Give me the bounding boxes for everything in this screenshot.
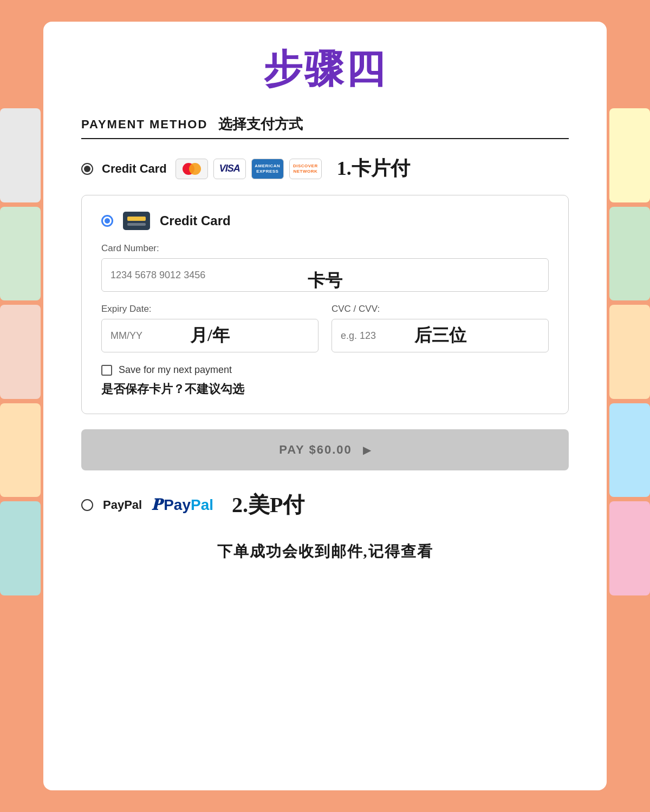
card-number-input[interactable] [101, 258, 549, 292]
right-decoration [609, 108, 650, 595]
card-number-label: Card Number: [101, 243, 549, 254]
expiry-input[interactable] [101, 319, 318, 352]
cc-form-title: Credit Card [160, 213, 231, 228]
visa-icon: VISA [213, 159, 246, 179]
payment-method-label-zh: 选择支付方式 [218, 115, 303, 134]
mastercard-icon [176, 159, 208, 179]
discover-icon: DISCOVERNETWORK [289, 159, 322, 179]
cvc-col: CVC / CVV: 后三位 [332, 304, 549, 352]
main-card: 步骤四 PAYMENT METHOD 选择支付方式 Credit Card VI… [43, 22, 607, 790]
paypal-option-row: PayPal 𝐏 PayPal 2.美P付 [81, 490, 569, 520]
bottom-note: 下单成功会收到邮件,记得查看 [81, 541, 569, 562]
paypal-p-icon: 𝐏 [152, 495, 161, 514]
section-divider [81, 138, 569, 139]
paypal-annotation-zh: 2.美P付 [232, 490, 304, 520]
cvc-input[interactable] [332, 319, 549, 352]
paypal-logo-text: PayPal [164, 496, 213, 514]
credit-card-radio[interactable] [81, 163, 93, 175]
amex-icon: AMERICANEXPRESS [251, 159, 284, 179]
paypal-logo: 𝐏 PayPal [152, 495, 213, 514]
pay-arrow-icon: ▶ [363, 443, 371, 456]
card-number-field: Card Number: 卡号 [101, 243, 549, 304]
cc-card-icon [123, 212, 150, 230]
paypal-radio[interactable] [81, 499, 93, 511]
expiry-cvc-row: Expiry Date: 月/年 CVC / CVV: 后三位 [101, 304, 549, 352]
cc-form-radio[interactable] [101, 215, 113, 227]
expiry-col: Expiry Date: 月/年 [101, 304, 318, 352]
credit-card-form-box: Credit Card Card Number: 卡号 Expiry Date:… [81, 195, 569, 414]
save-note-zh: 是否保存卡片？不建议勾选 [101, 381, 549, 397]
step-title: 步骤四 [81, 43, 569, 95]
payment-method-label-en: PAYMENT METHOD [81, 117, 207, 132]
credit-card-annotation-zh: 1.卡片付 [337, 155, 410, 182]
save-row: Save for my next payment [101, 364, 549, 376]
expiry-label: Expiry Date: [101, 304, 318, 315]
credit-card-option-label: Credit Card [102, 162, 167, 176]
left-decoration [0, 108, 41, 595]
cc-form-header: Credit Card [101, 212, 549, 230]
pay-button[interactable]: PAY $60.00 ▶ [81, 429, 569, 470]
credit-card-option-row: Credit Card VISA AMERICANEXPRESS DISCOVE… [81, 155, 569, 182]
pay-button-text: PAY $60.00 [279, 443, 352, 457]
save-label: Save for my next payment [119, 364, 232, 376]
paypal-option-label: PayPal [103, 498, 142, 512]
card-number-wrapper: 卡号 [101, 258, 549, 304]
expiry-wrapper: 月/年 [101, 319, 318, 352]
save-checkbox[interactable] [101, 365, 112, 376]
cvc-wrapper: 后三位 [332, 319, 549, 352]
cvc-label: CVC / CVV: [332, 304, 549, 315]
section-header: PAYMENT METHOD 选择支付方式 [81, 115, 569, 134]
card-brands: VISA AMERICANEXPRESS DISCOVERNETWORK [176, 159, 322, 179]
